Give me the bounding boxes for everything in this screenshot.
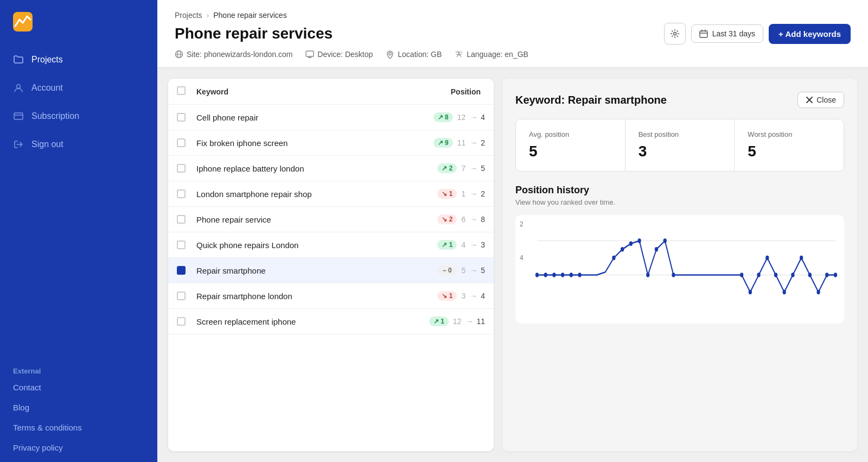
svg-point-19	[629, 242, 633, 246]
svg-point-17	[612, 256, 615, 260]
position-from: 12	[457, 113, 466, 122]
position-badge: ↗ 9	[433, 138, 453, 148]
position-arrow: →	[465, 317, 473, 326]
svg-point-33	[808, 273, 812, 277]
sidebar-item-account[interactable]: Account	[0, 74, 157, 102]
sidebar-nav: Projects Account Subscription Sign out	[0, 41, 157, 358]
language-icon	[455, 50, 463, 59]
sidebar-item-subscription-label: Subscription	[31, 111, 79, 121]
keyword-name: London smartphone repair shop	[196, 189, 420, 199]
meta-device: Device: Desktop	[305, 50, 373, 59]
row-position: ↘ 1 3 → 4	[420, 291, 485, 301]
breadcrumb-projects[interactable]: Projects	[175, 11, 202, 20]
table-row[interactable]: Repair smartphone london ↘ 1 3 → 4	[168, 283, 494, 309]
row-position: ↗ 2 7 → 5	[420, 163, 485, 173]
row-checkbox[interactable]	[177, 164, 186, 173]
position-chart	[524, 224, 835, 315]
svg-point-27	[757, 273, 760, 277]
position-badge: ↗ 8	[433, 112, 453, 122]
table-row[interactable]: Repair smartphone – 0 5 → 5	[168, 258, 494, 283]
select-all-checkbox[interactable]	[177, 86, 186, 95]
row-position: ↗ 1 12 → 11	[420, 317, 485, 326]
position-from: 12	[453, 317, 462, 326]
logo-icon	[13, 12, 33, 31]
position-badge: ↘ 1	[437, 189, 457, 199]
sidebar-item-projects[interactable]: Projects	[0, 46, 157, 74]
sidebar-item-signout[interactable]: Sign out	[0, 130, 157, 159]
sidebar-link-terms[interactable]: Terms & conditions	[13, 417, 144, 438]
meta-site: Site: phonewizards-london.com	[175, 50, 292, 59]
main-content: Projects › Phone repair services Phone r…	[157, 0, 868, 462]
row-position: ↘ 1 1 → 2	[420, 189, 485, 199]
keyword-name: Screen replacement iphone	[196, 317, 420, 326]
sidebar-item-subscription[interactable]: Subscription	[0, 102, 157, 130]
table-row[interactable]: Screen replacement iphone ↗ 1 12 → 11	[168, 309, 494, 334]
table-row[interactable]: Phone repair service ↘ 2 6 → 8	[168, 207, 494, 232]
table-row[interactable]: Quick phone repairs London ↗ 1 4 → 3	[168, 232, 494, 258]
table-row[interactable]: Cell phone repair ↗ 8 12 → 4	[168, 105, 494, 130]
position-arrow: →	[470, 266, 477, 275]
account-icon	[13, 83, 24, 93]
row-checkbox-wrapper	[177, 241, 196, 249]
close-label: Close	[816, 96, 836, 104]
y-label-2: 2	[520, 220, 524, 228]
breadcrumb-separator: ›	[207, 11, 209, 20]
position-badge: ↘ 2	[437, 214, 457, 224]
svg-point-28	[765, 256, 769, 260]
sidebar-link-privacy[interactable]: Privacy policy	[13, 438, 144, 458]
row-position: ↗ 8 12 → 4	[420, 112, 485, 122]
y-label-4: 4	[520, 254, 524, 262]
detail-panel: Keyword: Repair smartphone Close Avg. po…	[502, 79, 857, 451]
keyword-name: Repair smartphone london	[196, 292, 420, 301]
row-checkbox[interactable]	[177, 292, 186, 300]
table-row[interactable]: London smartphone repair shop ↘ 1 1 → 2	[168, 181, 494, 207]
svg-point-16	[578, 273, 581, 277]
row-checkbox[interactable]	[177, 113, 186, 122]
sidebar-link-contact[interactable]: Contact	[13, 377, 144, 397]
row-checkbox-wrapper	[177, 266, 196, 275]
position-to: 8	[481, 215, 485, 224]
chart-area: 2 4	[515, 215, 844, 324]
position-arrow: →	[470, 215, 477, 224]
table-header: Keyword Position	[168, 79, 494, 105]
position-to: 5	[481, 164, 485, 173]
table-row[interactable]: Iphone replace battery london ↗ 2 7 → 5	[168, 156, 494, 181]
row-checkbox[interactable]	[177, 266, 186, 275]
svg-point-22	[655, 247, 658, 251]
svg-point-3	[673, 33, 676, 35]
worst-label: Worst position	[748, 130, 831, 138]
avg-value: 5	[529, 143, 612, 160]
position-from: 5	[461, 266, 465, 275]
row-checkbox[interactable]	[177, 317, 186, 326]
close-button[interactable]: Close	[797, 92, 844, 108]
breadcrumb: Projects › Phone repair services	[175, 11, 851, 20]
row-checkbox[interactable]	[177, 189, 186, 198]
position-arrow: →	[470, 164, 477, 173]
row-checkbox[interactable]	[177, 138, 186, 147]
add-keywords-label: + Add keywords	[778, 29, 841, 39]
detail-header: Keyword: Repair smartphone Close	[515, 92, 844, 108]
keywords-panel: Keyword Position Cell phone repair ↗ 8 1…	[168, 79, 494, 451]
select-all-check[interactable]	[177, 86, 196, 97]
sidebar-link-blog[interactable]: Blog	[13, 397, 144, 417]
date-range-button[interactable]: Last 31 days	[691, 24, 763, 43]
position-from: 6	[461, 215, 465, 224]
row-checkbox[interactable]	[177, 215, 186, 224]
position-history-section: Position history View how you ranked ove…	[515, 185, 844, 324]
svg-point-20	[637, 238, 641, 243]
keyword-name: Cell phone repair	[196, 113, 420, 122]
settings-button[interactable]	[664, 23, 686, 45]
keyword-name: Quick phone repairs London	[196, 241, 420, 250]
table-row[interactable]: Fix broken iphone screen ↗ 9 11 → 2	[168, 130, 494, 156]
best-value: 3	[639, 143, 722, 160]
add-keywords-button[interactable]: + Add keywords	[769, 24, 851, 44]
row-checkbox[interactable]	[177, 241, 186, 249]
gear-icon	[670, 29, 680, 39]
position-to: 2	[481, 138, 485, 147]
signout-icon	[13, 139, 24, 150]
row-checkbox-wrapper	[177, 292, 196, 300]
svg-point-23	[663, 238, 667, 243]
desktop-icon	[305, 50, 314, 59]
position-to: 11	[476, 317, 485, 326]
svg-point-12	[544, 273, 547, 277]
